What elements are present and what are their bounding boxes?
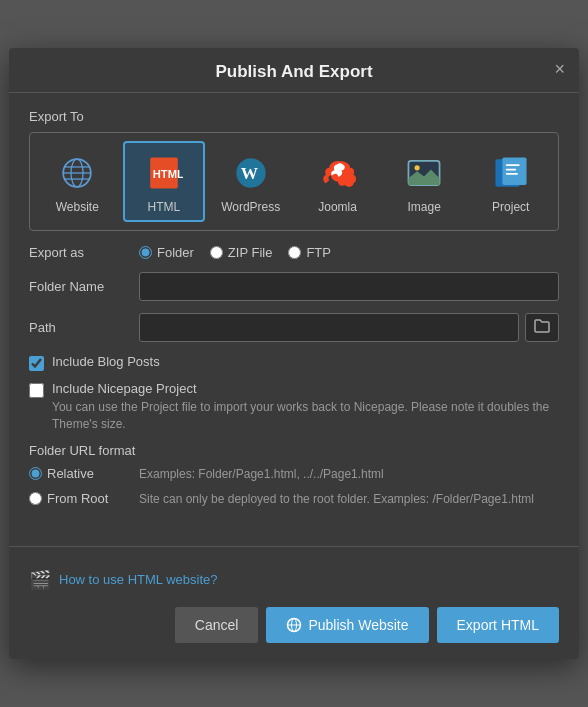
export-to-grid: Website HTML HTML W <box>29 132 559 231</box>
include-blog-posts-row: Include Blog Posts <box>29 354 559 371</box>
include-nicepage-row: Include Nicepage Project You can use the… <box>29 381 559 433</box>
export-icon-wordpress[interactable]: W WordPress <box>209 141 292 222</box>
url-from-root-desc: Site can only be deployed to the root fo… <box>139 491 534 508</box>
folder-name-row: Folder Name Demo Site <box>29 272 559 301</box>
export-icon-website[interactable]: Website <box>36 141 119 222</box>
export-as-zip-label[interactable]: ZIP File <box>210 245 273 260</box>
url-relative-radio[interactable] <box>29 467 42 480</box>
joomla-label: Joomla <box>318 200 357 214</box>
svg-text:W: W <box>240 164 257 183</box>
export-as-ftp-radio[interactable] <box>288 246 301 259</box>
export-icon-joomla[interactable]: Joomla <box>296 141 379 222</box>
video-icon: 🎬 <box>29 569 51 591</box>
project-label: Project <box>492 200 529 214</box>
dialog-footer: Cancel Publish Website Export HTML <box>9 597 579 659</box>
url-relative-label[interactable]: Relative <box>29 466 139 481</box>
include-blog-posts-label: Include Blog Posts <box>52 354 160 369</box>
dialog-body: Export To Website <box>9 93 579 531</box>
export-icon-image[interactable]: Image <box>383 141 466 222</box>
svg-rect-12 <box>502 158 526 186</box>
url-relative-col: Relative <box>29 466 139 481</box>
export-as-row: Export as Folder ZIP File FTP <box>29 245 559 260</box>
dialog-header: Publish And Export × <box>9 48 579 93</box>
path-label: Path <box>29 320 139 335</box>
svg-rect-14 <box>506 169 516 171</box>
export-html-button[interactable]: Export HTML <box>437 607 559 643</box>
export-as-zip-radio[interactable] <box>210 246 223 259</box>
include-blog-posts-checkbox[interactable] <box>29 356 44 371</box>
url-format-label: Folder URL format <box>29 443 559 458</box>
html-label: HTML <box>148 200 181 214</box>
url-from-root-label[interactable]: From Root <box>29 491 139 506</box>
url-relative-row: Relative Examples: Folder/Page1.html, ..… <box>29 466 559 483</box>
include-blog-posts-content: Include Blog Posts <box>52 354 160 369</box>
joomla-icon <box>316 151 360 195</box>
publish-export-dialog: Publish And Export × Export To Website <box>9 48 579 658</box>
close-button[interactable]: × <box>554 60 565 78</box>
include-nicepage-desc: You can use the Project file to import y… <box>52 399 559 433</box>
divider <box>9 546 579 547</box>
svg-text:HTML: HTML <box>153 169 183 181</box>
path-input-group: C:\Users\kwban\Documents\Nicepage Templa… <box>139 313 559 342</box>
path-input[interactable]: C:\Users\kwban\Documents\Nicepage Templa… <box>139 313 519 342</box>
wordpress-label: WordPress <box>221 200 280 214</box>
url-from-root-radio[interactable] <box>29 492 42 505</box>
export-as-ftp-label[interactable]: FTP <box>288 245 331 260</box>
dialog-title: Publish And Export <box>29 62 559 82</box>
folder-name-label: Folder Name <box>29 279 139 294</box>
image-label: Image <box>407 200 440 214</box>
include-nicepage-checkbox[interactable] <box>29 383 44 398</box>
svg-point-10 <box>415 166 420 171</box>
export-to-label: Export To <box>29 109 559 124</box>
url-format-section: Folder URL format Relative Examples: Fol… <box>29 443 559 508</box>
export-as-folder-label[interactable]: Folder <box>139 245 194 260</box>
browse-folder-button[interactable] <box>525 313 559 342</box>
export-as-radio-group: Folder ZIP File FTP <box>139 245 331 260</box>
website-icon <box>55 151 99 195</box>
url-relative-desc: Examples: Folder/Page1.html, ../../Page1… <box>139 466 384 483</box>
include-nicepage-label: Include Nicepage Project <box>52 381 559 396</box>
how-to-row: 🎬 How to use HTML website? <box>9 561 579 597</box>
project-icon <box>489 151 533 195</box>
include-nicepage-content: Include Nicepage Project You can use the… <box>52 381 559 433</box>
html-icon: HTML <box>142 151 186 195</box>
export-icon-project[interactable]: Project <box>469 141 552 222</box>
website-label: Website <box>56 200 99 214</box>
url-from-root-row: From Root Site can only be deployed to t… <box>29 491 559 508</box>
path-row: Path C:\Users\kwban\Documents\Nicepage T… <box>29 313 559 342</box>
folder-name-input[interactable]: Demo Site <box>139 272 559 301</box>
export-icon-html[interactable]: HTML HTML <box>123 141 206 222</box>
cancel-button[interactable]: Cancel <box>175 607 259 643</box>
svg-rect-13 <box>506 165 520 167</box>
export-as-folder-radio[interactable] <box>139 246 152 259</box>
image-icon <box>402 151 446 195</box>
how-to-link[interactable]: How to use HTML website? <box>59 572 217 587</box>
wordpress-icon: W <box>229 151 273 195</box>
globe-icon <box>286 617 302 633</box>
publish-website-button[interactable]: Publish Website <box>266 607 428 643</box>
url-from-root-col: From Root <box>29 491 139 506</box>
svg-rect-15 <box>506 173 518 175</box>
export-as-label: Export as <box>29 245 139 260</box>
